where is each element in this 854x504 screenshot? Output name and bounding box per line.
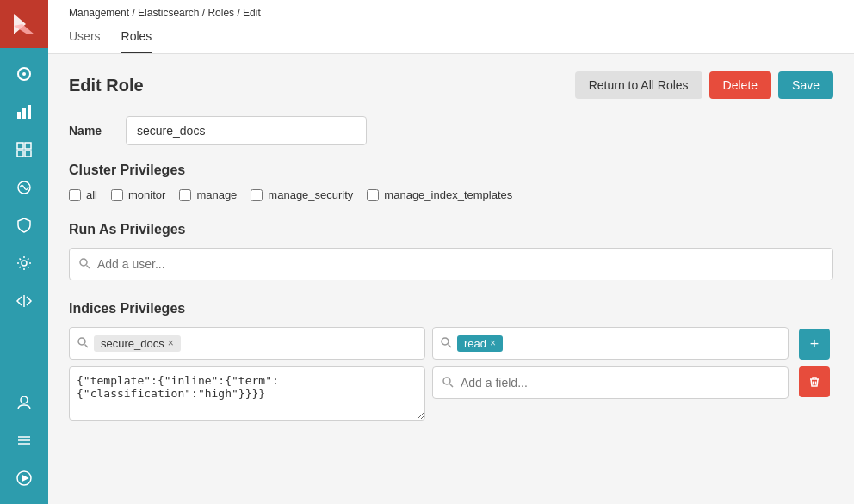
checkbox-monitor-label: monitor (128, 188, 165, 201)
sidebar-item-security[interactable] (0, 206, 48, 244)
privilege-tag-close[interactable]: × (490, 337, 496, 349)
svg-rect-7 (17, 151, 23, 157)
header-buttons: Return to All Roles Delete Save (575, 71, 833, 99)
breadcrumb: Management / Elasticsearch / Roles / Edi… (69, 0, 833, 22)
action-buttons: + (795, 329, 833, 397)
edit-role-header: Edit Role Return to All Roles Delete Sav… (69, 71, 833, 99)
index-tag-input[interactable]: secure_docs × (69, 327, 425, 360)
checkbox-monitor: monitor (111, 188, 165, 201)
checkbox-manage-index-label: manage_index_templates (384, 188, 512, 201)
checkbox-manage: manage (179, 188, 237, 201)
svg-line-20 (85, 344, 89, 347)
tab-roles[interactable]: Roles (121, 22, 152, 53)
checkbox-manage-input[interactable] (179, 189, 191, 201)
svg-point-19 (78, 338, 85, 345)
delete-index-button[interactable] (799, 366, 830, 397)
main-content: Management / Elasticsearch / Roles / Edi… (48, 0, 854, 504)
indices-left-col: secure_docs × {"template":{"inline":{"te… (69, 327, 425, 421)
svg-rect-5 (17, 143, 23, 149)
privilege-search-icon (440, 336, 452, 351)
dql-textarea[interactable]: {"template":{"inline":{"term":{"classifi… (69, 366, 425, 421)
cluster-privileges-section: Cluster Privileges all monitor manage ma… (69, 163, 833, 201)
checkbox-monitor-input[interactable] (111, 189, 123, 201)
sidebar-item-dashboard[interactable] (0, 131, 48, 169)
index-search-icon (77, 336, 89, 351)
field-search-icon (442, 376, 454, 390)
kibana-logo[interactable] (0, 0, 48, 48)
cluster-checkboxes: all monitor manage manage_security manag… (69, 188, 833, 201)
svg-line-22 (449, 344, 452, 347)
index-tag: secure_docs × (94, 335, 181, 352)
name-input[interactable] (126, 116, 367, 145)
delete-button[interactable]: Delete (709, 71, 771, 99)
svg-rect-3 (22, 108, 26, 119)
privilege-tag-input[interactable]: read × (432, 327, 789, 360)
run-as-search-box (69, 248, 833, 280)
sidebar-item-user[interactable] (0, 384, 48, 421)
svg-rect-8 (25, 151, 31, 157)
svg-point-1 (22, 72, 26, 76)
field-input[interactable] (461, 367, 779, 398)
svg-rect-4 (28, 105, 31, 119)
svg-point-17 (80, 259, 87, 266)
page-title: Edit Role (69, 76, 144, 95)
svg-point-10 (22, 261, 27, 266)
sidebar-item-discover[interactable] (0, 55, 48, 93)
sidebar-item-devtools[interactable] (0, 282, 48, 320)
return-button[interactable]: Return to All Roles (575, 71, 702, 99)
run-as-title: Run As Privileges (69, 222, 833, 237)
svg-point-23 (443, 378, 450, 384)
svg-rect-2 (17, 112, 21, 119)
indices-grid: secure_docs × {"template":{"inline":{"te… (69, 327, 833, 421)
checkbox-all-input[interactable] (69, 189, 81, 201)
checkbox-all-label: all (86, 188, 97, 201)
run-as-input[interactable] (97, 249, 824, 280)
sidebar-item-play[interactable] (0, 459, 48, 497)
sidebar (0, 0, 48, 504)
breadcrumb-text: Management / Elasticsearch / Roles / Edi… (69, 7, 261, 19)
privilege-tag-label: read (464, 337, 486, 350)
checkbox-manage-label: manage (196, 188, 237, 201)
add-index-button[interactable]: + (799, 329, 830, 360)
checkbox-manage-security: manage_security (251, 188, 353, 201)
sidebar-item-list[interactable] (0, 421, 48, 459)
checkbox-manage-security-label: manage_security (268, 188, 353, 201)
tab-users[interactable]: Users (69, 22, 101, 53)
privilege-tag: read × (457, 335, 503, 352)
svg-line-24 (450, 384, 454, 387)
index-tag-close[interactable]: × (168, 337, 174, 349)
save-button[interactable]: Save (778, 71, 833, 99)
page-content: Edit Role Return to All Roles Delete Sav… (48, 54, 854, 504)
sidebar-item-settings[interactable] (0, 244, 48, 282)
checkbox-manage-index-input[interactable] (367, 189, 379, 201)
svg-rect-6 (25, 143, 31, 149)
checkbox-manage-index: manage_index_templates (367, 188, 512, 201)
run-as-section: Run As Privileges (69, 222, 833, 280)
checkbox-all: all (69, 188, 97, 201)
topbar: Management / Elasticsearch / Roles / Edi… (48, 0, 854, 54)
field-search-box (432, 366, 789, 399)
tabs: Users Roles (69, 22, 833, 53)
svg-point-12 (21, 396, 28, 403)
svg-line-18 (87, 265, 90, 268)
checkbox-manage-security-input[interactable] (251, 189, 263, 201)
run-as-search-icon (78, 257, 90, 272)
indices-right-col: read × (432, 327, 789, 399)
cluster-privileges-title: Cluster Privileges (69, 163, 833, 178)
name-label: Name (69, 124, 112, 138)
sidebar-item-visualize[interactable] (0, 93, 48, 131)
indices-title: Indices Privileges (69, 301, 833, 317)
sidebar-bottom (0, 384, 48, 497)
index-tag-label: secure_docs (101, 337, 164, 350)
sidebar-item-timelion[interactable] (0, 169, 48, 206)
svg-point-21 (442, 338, 449, 345)
name-row: Name (69, 116, 833, 145)
indices-section: Indices Privileges secure_docs × (69, 301, 833, 421)
